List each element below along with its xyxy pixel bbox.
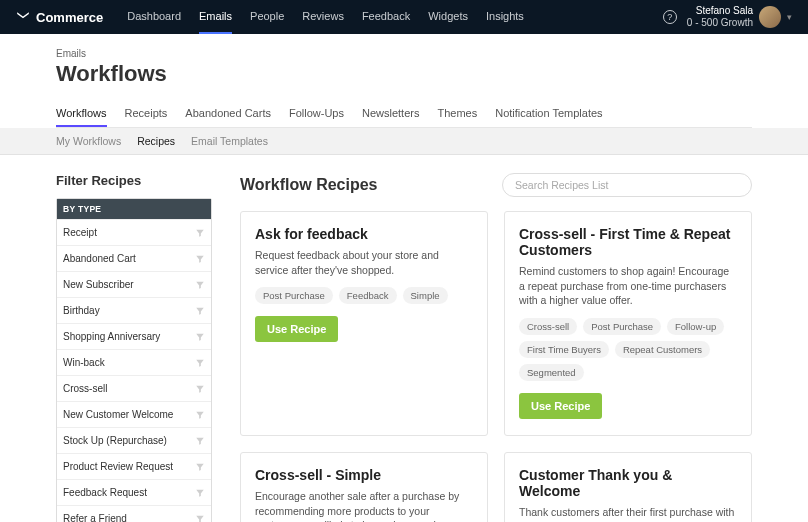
- content-area: Workflow Recipes Ask for feedbackRequest…: [240, 173, 752, 522]
- filter-item-label: Win-back: [63, 356, 105, 369]
- filter-item[interactable]: Shopping Anniversary: [57, 323, 211, 349]
- section-tabs: WorkflowsReceiptsAbandoned CartsFollow-U…: [56, 101, 752, 128]
- filter-item[interactable]: Birthday: [57, 297, 211, 323]
- card-tags: Post PurchaseFeedbackSimple: [255, 287, 473, 304]
- page-header: Emails Workflows WorkflowsReceiptsAbando…: [0, 34, 808, 128]
- cards-grid: Ask for feedbackRequest feedback about y…: [240, 211, 752, 522]
- nav-item-feedback[interactable]: Feedback: [362, 0, 410, 34]
- filter-item[interactable]: Abandoned Cart: [57, 245, 211, 271]
- primary-nav: DashboardEmailsPeopleReviewsFeedbackWidg…: [127, 0, 524, 34]
- user-menu[interactable]: Stefano Sala 0 - 500 Growth ▾: [687, 5, 792, 29]
- nav-item-insights[interactable]: Insights: [486, 0, 524, 34]
- nav-item-emails[interactable]: Emails: [199, 0, 232, 34]
- recipe-card: Cross-sell - First Time & Repeat Custome…: [504, 211, 752, 436]
- topbar-right: ? Stefano Sala 0 - 500 Growth ▾: [663, 5, 792, 29]
- card-desc: Thank customers after their first purcha…: [519, 505, 737, 522]
- filter-icon: [195, 436, 205, 446]
- search-input[interactable]: [502, 173, 752, 197]
- filter-item-label: Stock Up (Repurchase): [63, 434, 167, 447]
- breadcrumb[interactable]: Emails: [56, 48, 752, 59]
- tag: Feedback: [339, 287, 397, 304]
- filter-item-label: Feedback Request: [63, 486, 147, 499]
- filter-icon: [195, 488, 205, 498]
- filter-head-type: BY TYPE: [57, 199, 211, 219]
- filter-icon: [195, 280, 205, 290]
- filter-item[interactable]: Product Review Request: [57, 453, 211, 479]
- subtabs: My WorkflowsRecipesEmail Templates: [0, 128, 808, 154]
- filter-item-label: New Subscriber: [63, 278, 134, 291]
- subtab-email-templates[interactable]: Email Templates: [191, 135, 268, 147]
- user-name: Stefano Sala: [687, 5, 753, 17]
- nav-item-people[interactable]: People: [250, 0, 284, 34]
- card-tags: Cross-sellPost PurchaseFollow-upFirst Ti…: [519, 318, 737, 381]
- user-plan: 0 - 500 Growth: [687, 17, 753, 29]
- subtab-my-workflows[interactable]: My Workflows: [56, 135, 121, 147]
- recipe-card: Ask for feedbackRequest feedback about y…: [240, 211, 488, 436]
- filter-item[interactable]: Win-back: [57, 349, 211, 375]
- tag: Follow-up: [667, 318, 724, 335]
- filter-item[interactable]: Cross-sell: [57, 375, 211, 401]
- help-icon[interactable]: ?: [663, 10, 677, 24]
- tag: Repeat Customers: [615, 341, 710, 358]
- filter-title: Filter Recipes: [56, 173, 212, 188]
- filter-item-label: Product Review Request: [63, 460, 173, 473]
- recipe-card: Customer Thank you & WelcomeThank custom…: [504, 452, 752, 522]
- card-title: Cross-sell - Simple: [255, 467, 473, 483]
- main: Filter Recipes BY TYPE ReceiptAbandoned …: [0, 155, 808, 522]
- card-title: Ask for feedback: [255, 226, 473, 242]
- tag: First Time Buyers: [519, 341, 609, 358]
- use-recipe-button[interactable]: Use Recipe: [255, 316, 338, 342]
- tag: Cross-sell: [519, 318, 577, 335]
- filter-item-label: Receipt: [63, 226, 97, 239]
- brand-name: Commerce: [36, 10, 103, 25]
- filter-item-label: Cross-sell: [63, 382, 107, 395]
- filter-item[interactable]: Stock Up (Repurchase): [57, 427, 211, 453]
- avatar: [759, 6, 781, 28]
- logo-icon: [16, 10, 30, 24]
- nav-item-reviews[interactable]: Reviews: [302, 0, 344, 34]
- subtab-bar: My WorkflowsRecipesEmail Templates: [0, 128, 808, 155]
- filter-icon: [195, 332, 205, 342]
- tag: Segmented: [519, 364, 584, 381]
- tag: Simple: [403, 287, 448, 304]
- brand-logo[interactable]: Commerce: [16, 10, 103, 25]
- filter-group-type: BY TYPE ReceiptAbandoned CartNew Subscri…: [56, 198, 212, 522]
- tab-receipts[interactable]: Receipts: [125, 101, 168, 127]
- tab-newsletters[interactable]: Newsletters: [362, 101, 419, 127]
- nav-item-widgets[interactable]: Widgets: [428, 0, 468, 34]
- chevron-down-icon: ▾: [787, 12, 792, 22]
- card-title: Customer Thank you & Welcome: [519, 467, 737, 499]
- use-recipe-button[interactable]: Use Recipe: [519, 393, 602, 419]
- tab-follow-ups[interactable]: Follow-Ups: [289, 101, 344, 127]
- filter-icon: [195, 228, 205, 238]
- search-box: [502, 173, 752, 197]
- filter-item-label: Abandoned Cart: [63, 252, 136, 265]
- page-title: Workflows: [56, 61, 752, 87]
- filter-item[interactable]: Receipt: [57, 219, 211, 245]
- filter-icon: [195, 462, 205, 472]
- filter-item-label: Shopping Anniversary: [63, 330, 160, 343]
- card-desc: Request feedback about your store and se…: [255, 248, 473, 277]
- tab-workflows[interactable]: Workflows: [56, 101, 107, 127]
- filter-item[interactable]: Feedback Request: [57, 479, 211, 505]
- filter-icon: [195, 254, 205, 264]
- filter-icon: [195, 306, 205, 316]
- content-head: Workflow Recipes: [240, 173, 752, 197]
- content-title: Workflow Recipes: [240, 176, 378, 194]
- filter-item[interactable]: New Customer Welcome: [57, 401, 211, 427]
- filter-sidebar: Filter Recipes BY TYPE ReceiptAbandoned …: [56, 173, 212, 522]
- subtab-recipes[interactable]: Recipes: [137, 135, 175, 147]
- tag: Post Purchase: [255, 287, 333, 304]
- card-title: Cross-sell - First Time & Repeat Custome…: [519, 226, 737, 258]
- tab-themes[interactable]: Themes: [437, 101, 477, 127]
- filter-item-label: New Customer Welcome: [63, 408, 173, 421]
- filter-item[interactable]: Refer a Friend: [57, 505, 211, 522]
- nav-item-dashboard[interactable]: Dashboard: [127, 0, 181, 34]
- tab-notification-templates[interactable]: Notification Templates: [495, 101, 602, 127]
- tab-abandoned-carts[interactable]: Abandoned Carts: [185, 101, 271, 127]
- filter-item[interactable]: New Subscriber: [57, 271, 211, 297]
- top-bar: Commerce DashboardEmailsPeopleReviewsFee…: [0, 0, 808, 34]
- card-desc: Encourage another sale after a purchase …: [255, 489, 473, 522]
- card-desc: Remind customers to shop again! Encourag…: [519, 264, 737, 308]
- filter-item-label: Birthday: [63, 304, 100, 317]
